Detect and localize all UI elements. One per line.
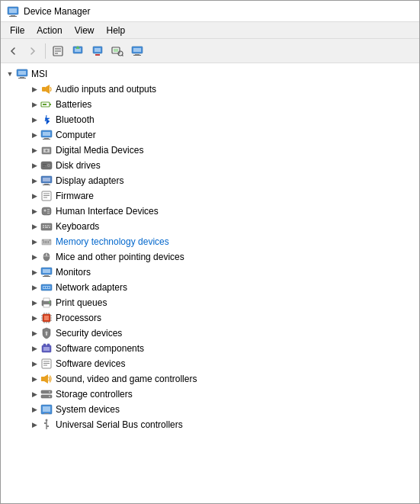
display-adapters-label: Display adapters (56, 175, 123, 186)
digital-toggle[interactable] (28, 144, 40, 156)
firmware-item[interactable]: Firmware (1, 188, 419, 204)
monitor-button[interactable] (128, 42, 146, 60)
list-item: Firmware (1, 188, 419, 204)
list-item: Print queues (1, 295, 419, 310)
svg-rect-41 (43, 164, 46, 165)
disk-drives-icon (40, 159, 53, 172)
svg-rect-45 (44, 184, 49, 185)
list-item: Software devices (1, 356, 419, 371)
keyboards-toggle[interactable] (28, 220, 40, 233)
svg-rect-42 (43, 166, 45, 167)
properties-button[interactable] (49, 42, 67, 60)
svg-rect-34 (43, 139, 50, 140)
menu-file[interactable]: File (4, 24, 30, 37)
svg-rect-29 (43, 104, 46, 105)
menu-action[interactable]: Action (30, 24, 68, 37)
usb-item[interactable]: Universal Serial Bus controllers (1, 417, 419, 432)
batteries-item[interactable]: Batteries (1, 97, 419, 112)
usb-icon (40, 419, 53, 431)
back-button[interactable] (4, 42, 22, 60)
display-toggle[interactable] (28, 175, 40, 187)
svg-rect-59 (47, 225, 49, 226)
svg-rect-23 (18, 71, 26, 75)
network-toggle[interactable] (28, 281, 40, 294)
svg-rect-62 (45, 227, 48, 229)
monitors-toggle[interactable] (28, 266, 40, 278)
hid-toggle[interactable] (28, 205, 40, 217)
batteries-toggle[interactable] (28, 98, 40, 111)
svg-rect-60 (50, 225, 50, 226)
mice-item[interactable]: Mice and other pointing devices (1, 249, 419, 265)
audio-toggle[interactable] (28, 83, 40, 95)
system-item[interactable]: System devices (1, 402, 419, 417)
memory-toggle[interactable] (28, 236, 40, 248)
audio-icon (40, 83, 53, 95)
memory-item[interactable]: Memory technology devices (1, 234, 419, 249)
swcomp-toggle[interactable] (28, 342, 40, 355)
swdev-toggle[interactable] (28, 358, 40, 370)
tree-root-item[interactable]: MSI (1, 66, 419, 82)
bluetooth-item[interactable]: Bluetooth (1, 112, 419, 127)
list-item: Digital Media Devices (1, 143, 419, 158)
list-item: Security devices (1, 326, 419, 341)
svg-rect-84 (43, 298, 50, 301)
bluetooth-toggle[interactable] (28, 114, 40, 126)
list-item: Network adapters (1, 280, 419, 295)
processors-item[interactable]: Processors (1, 310, 419, 326)
memory-icon (40, 236, 53, 248)
svg-rect-53 (47, 209, 50, 210)
menu-view[interactable]: View (69, 24, 101, 37)
print-label: Print queues (56, 297, 107, 308)
security-item[interactable]: Security devices (1, 326, 419, 341)
list-item: Memory technology devices (1, 234, 419, 249)
batteries-label: Batteries (56, 99, 91, 110)
print-item[interactable]: Print queues (1, 295, 419, 310)
hid-item[interactable]: Human Interface Devices (1, 204, 419, 219)
storage-item[interactable]: Storage controllers (1, 387, 419, 402)
software-devices-icon (40, 358, 53, 370)
root-toggle[interactable] (4, 68, 16, 80)
firmware-toggle[interactable] (28, 190, 40, 202)
menu-help[interactable]: Help (101, 24, 132, 37)
storage-toggle[interactable] (28, 388, 40, 400)
digital-media-item[interactable]: Digital Media Devices (1, 143, 419, 158)
sound-item[interactable]: Sound, video and game controllers (1, 371, 419, 387)
scan-button[interactable] (108, 42, 127, 60)
sound-toggle[interactable] (28, 373, 40, 385)
update-driver-button[interactable] (69, 42, 87, 60)
display-adapters-icon (40, 175, 53, 187)
svg-rect-20 (135, 54, 139, 55)
computer-toggle[interactable] (28, 129, 40, 141)
network-item[interactable]: Network adapters (1, 280, 419, 295)
audio-item[interactable]: Audio inputs and outputs (1, 82, 419, 97)
software-components-item[interactable]: Software components (1, 341, 419, 356)
software-devices-item[interactable]: Software devices (1, 356, 419, 371)
svg-rect-63 (49, 227, 50, 229)
disk-drives-item[interactable]: Disk drives (1, 158, 419, 173)
keyboards-icon (40, 220, 53, 233)
svg-rect-19 (133, 48, 141, 52)
mice-toggle[interactable] (28, 251, 40, 263)
tree-root-label: MSI (31, 69, 47, 79)
svg-rect-111 (41, 377, 44, 381)
security-toggle[interactable] (28, 327, 40, 339)
list-item: Human Interface Devices (1, 204, 419, 219)
disk-toggle[interactable] (28, 159, 40, 172)
uninstall-button[interactable] (88, 42, 107, 60)
forward-button[interactable] (24, 42, 42, 60)
tree-node-root: MSI (1, 66, 419, 432)
toolbar-separator-1 (45, 43, 46, 59)
monitors-icon (40, 266, 53, 278)
system-toggle[interactable] (28, 403, 40, 416)
monitors-item[interactable]: Monitors (1, 265, 419, 280)
system-label: System devices (56, 404, 120, 415)
computer-item[interactable]: Computer (1, 127, 419, 143)
content-area[interactable]: MSI (1, 63, 419, 503)
print-toggle[interactable] (28, 297, 40, 309)
usb-toggle[interactable] (28, 419, 40, 431)
svg-rect-76 (44, 275, 49, 276)
processors-toggle[interactable] (28, 312, 40, 324)
list-item: Batteries (1, 97, 419, 112)
keyboards-item[interactable]: Keyboards (1, 219, 419, 234)
display-adapters-item[interactable]: Display adapters (1, 173, 419, 188)
